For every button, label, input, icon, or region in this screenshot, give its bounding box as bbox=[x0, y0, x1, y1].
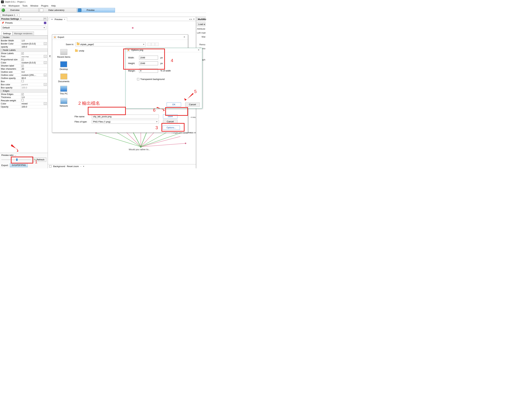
place-recent[interactable]: Recent Items bbox=[57, 49, 70, 58]
reset-zoom-button[interactable]: Reset zoom bbox=[67, 165, 79, 168]
save-in-select[interactable]: citylab_page2 ▼ bbox=[76, 42, 146, 46]
prop-label: Show Labels bbox=[0, 52, 21, 55]
options-dialog-titlebar[interactable]: Options png × bbox=[126, 48, 202, 52]
checkbox[interactable] bbox=[22, 80, 24, 82]
menu-window[interactable]: Window bbox=[29, 4, 39, 8]
view-data-laboratory[interactable]: Data Laboratory bbox=[39, 8, 77, 12]
transparent-checkbox[interactable] bbox=[137, 78, 139, 80]
load-attributes-button[interactable]: Load att bbox=[197, 22, 205, 26]
menu-file[interactable]: File bbox=[1, 4, 7, 8]
tab-preview[interactable]: 👓 Preview × bbox=[49, 18, 67, 21]
close-icon[interactable]: × bbox=[64, 18, 65, 21]
prop-value[interactable]: 0.0 bbox=[21, 70, 48, 74]
prop-value[interactable]: 100.0 bbox=[21, 105, 48, 108]
nav-left-icon[interactable]: ◀ bbox=[189, 18, 190, 20]
new-folder-icon[interactable] bbox=[151, 43, 155, 46]
nav-right-icon[interactable]: ▶ bbox=[191, 18, 192, 20]
prop-value[interactable]: custom [255,... bbox=[22, 74, 36, 76]
prop-label: Font bbox=[0, 55, 21, 58]
checkbox[interactable]: ✓ bbox=[22, 59, 24, 61]
dropdown-icon[interactable]: ▼ bbox=[193, 18, 195, 20]
svg-point-11 bbox=[140, 146, 142, 148]
close-icon[interactable]: × bbox=[20, 18, 22, 20]
ellipsis-button[interactable]: ... bbox=[44, 61, 47, 64]
checkbox[interactable] bbox=[22, 99, 24, 101]
close-icon[interactable]: × bbox=[182, 36, 186, 39]
filetype-select[interactable]: PNG Files (*.png) ▼ bbox=[92, 120, 159, 124]
prop-value[interactable]: 20 bbox=[21, 67, 48, 70]
prop-label: Shorten label bbox=[0, 64, 21, 67]
cancel-button[interactable]: Cancel bbox=[185, 103, 200, 107]
checkbox[interactable]: ✓ bbox=[22, 93, 24, 95]
subtab-renderers[interactable]: Manage renderers bbox=[13, 31, 34, 35]
transparent-label: Transparent background bbox=[140, 78, 165, 81]
spreadsheet-icon bbox=[40, 8, 43, 12]
up-folder-icon[interactable] bbox=[147, 43, 151, 46]
cancel-button[interactable]: Cancel bbox=[163, 120, 177, 124]
prop-label: Box color bbox=[0, 83, 21, 86]
export-dialog-titlebar[interactable]: Export × bbox=[52, 35, 188, 40]
prop-label: Color bbox=[0, 102, 21, 105]
prop-value[interactable]: 1.0 bbox=[21, 39, 48, 42]
height-input[interactable] bbox=[139, 61, 158, 65]
save-button[interactable]: Save bbox=[163, 114, 177, 119]
options-png-dialog: Options png × Width: px Height: px Margi… bbox=[125, 48, 202, 109]
collapse-icon[interactable]: − bbox=[1, 37, 3, 38]
prop-value[interactable]: 1.0 bbox=[21, 96, 48, 99]
view-overview[interactable]: Overview bbox=[1, 8, 38, 12]
ellipsis-button[interactable]: ... bbox=[44, 83, 47, 86]
preset-select[interactable]: Default ▼ bbox=[1, 25, 46, 30]
workspace-tab-1[interactable]: Workspace 1 × bbox=[1, 13, 19, 17]
place-documents[interactable]: Documents bbox=[58, 74, 70, 83]
place-network[interactable]: Network bbox=[60, 98, 68, 107]
collapse-icon[interactable]: − bbox=[1, 90, 3, 92]
ok-button[interactable]: OK bbox=[167, 103, 181, 107]
settings-list[interactable]: −Nodes Border Width1.0 Border Colorcusto… bbox=[0, 35, 48, 153]
margin-input[interactable] bbox=[139, 69, 158, 73]
place-thispc[interactable]: This PC bbox=[60, 86, 68, 95]
view-menu-icon[interactable] bbox=[155, 43, 159, 46]
presets-label: Presets bbox=[5, 22, 13, 24]
width-label: Width: bbox=[128, 56, 137, 59]
checkbox[interactable]: ✓ bbox=[22, 65, 24, 67]
collapse-icon[interactable]: − bbox=[1, 49, 3, 51]
ellipsis-button[interactable]: ... bbox=[44, 102, 47, 105]
checkbox[interactable]: ✓ bbox=[22, 52, 24, 55]
view-preview[interactable]: Preview bbox=[77, 8, 115, 12]
prop-value[interactable]: mixed bbox=[22, 102, 28, 105]
menu-workspace[interactable]: Workspace bbox=[7, 4, 21, 8]
background-checkbox[interactable] bbox=[49, 165, 51, 167]
save-icon[interactable] bbox=[44, 22, 46, 24]
svg-pdf-png-button[interactable]: SVG/PDF/PNG bbox=[10, 163, 28, 167]
menu-tools[interactable]: Tools bbox=[21, 4, 29, 8]
margin-label: Margin: bbox=[128, 69, 137, 72]
close-icon[interactable]: × bbox=[197, 48, 201, 52]
workspace-tab-label: Workspace 1 bbox=[2, 14, 15, 16]
refresh-button[interactable]: ⟳ Refresh bbox=[32, 158, 46, 162]
ellipsis-button[interactable]: ... bbox=[44, 55, 47, 58]
svg-text:Would you rather liv...: Would you rather liv... bbox=[129, 148, 150, 151]
filename-input[interactable]: city_lab_posts.png bbox=[92, 115, 159, 119]
options-button[interactable]: Options... bbox=[163, 126, 180, 130]
subtab-settings[interactable]: Settings bbox=[1, 31, 13, 35]
zoom-out-button[interactable]: - bbox=[81, 165, 81, 168]
annotation-number-5: 5 bbox=[194, 89, 197, 94]
prop-value[interactable]: Arial 5 Plain bbox=[22, 56, 29, 58]
prop-value[interactable]: 80.0 bbox=[21, 77, 48, 80]
minimize-button[interactable]: — bbox=[43, 18, 46, 20]
close-icon[interactable]: × bbox=[17, 14, 18, 16]
preview-ratio-slider[interactable] bbox=[1, 159, 31, 160]
prop-value[interactable]: custom [0,0,0] bbox=[22, 42, 36, 45]
prop-value[interactable]: 100.0 bbox=[21, 45, 48, 48]
menu-help[interactable]: Help bbox=[50, 4, 57, 8]
prop-value[interactable]: parent bbox=[22, 83, 28, 86]
width-input[interactable] bbox=[139, 56, 158, 60]
prop-value[interactable]: 100.0 bbox=[21, 86, 48, 89]
place-desktop[interactable]: Desktop bbox=[60, 61, 68, 70]
ellipsis-button[interactable]: ... bbox=[44, 42, 47, 45]
prop-value[interactable]: custom [0,0,0] bbox=[22, 61, 36, 64]
desktop-icon bbox=[60, 61, 67, 67]
zoom-in-button[interactable]: + bbox=[83, 165, 84, 168]
ellipsis-button[interactable]: ... bbox=[44, 74, 47, 76]
menu-plugins[interactable]: Plugins bbox=[40, 4, 49, 8]
